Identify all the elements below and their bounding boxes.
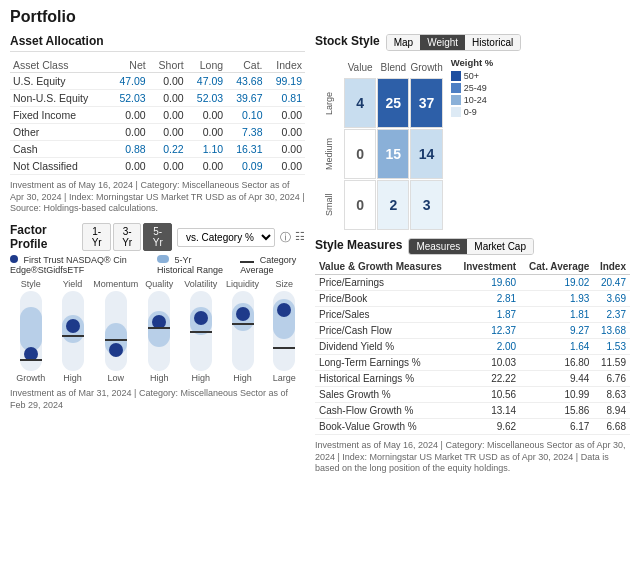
asset-row: Non-U.S. Equity52.030.0052.0339.670.81 [10, 90, 305, 107]
asset-cell-cat: 0.09 [226, 158, 265, 175]
measures-tabs: MeasuresMarket Cap [408, 238, 534, 255]
measures-cell-catAvg: 9.27 [520, 323, 593, 339]
factor-col-header: Volatility [184, 279, 217, 289]
measures-row: Book-Value Growth %9.626.176.68 [315, 419, 630, 435]
asset-cell-short: 0.00 [149, 124, 187, 141]
factor-col-volatility: VolatilityHigh [180, 279, 222, 383]
factor-legend-avg: Category Average [240, 255, 296, 275]
asset-allocation-table: Asset ClassNetShortLongCat.Index U.S. Eq… [10, 58, 305, 175]
info-icon[interactable]: ⓘ [280, 230, 291, 245]
factor-bar-container [148, 291, 170, 371]
asset-cell-cat: 16.31 [226, 141, 265, 158]
asset-cell-long: 0.00 [187, 124, 226, 141]
measures-cell-index: 3.69 [593, 291, 630, 307]
stock-style-tab-weight[interactable]: Weight [420, 35, 465, 50]
asset-row: U.S. Equity47.090.0047.0943.6899.19 [10, 73, 305, 90]
measures-cell-investment: 10.56 [455, 387, 520, 403]
asset-allocation-footnote: Investment as of May 16, 2024 | Category… [10, 180, 305, 215]
table-icon[interactable]: ☷ [295, 230, 305, 245]
style-measures-title: Style Measures [315, 238, 402, 255]
measures-tab-market-cap[interactable]: Market Cap [467, 239, 533, 254]
factor-cat-line [105, 339, 127, 341]
measures-row: Dividend Yield %2.001.641.53 [315, 339, 630, 355]
asset-cell-index: 0.81 [266, 90, 305, 107]
measures-row: Price/Sales1.871.812.37 [315, 307, 630, 323]
measures-cell-catAvg: 19.02 [520, 275, 593, 291]
asset-cell-long: 0.00 [187, 107, 226, 124]
measures-cell-investment: 13.14 [455, 403, 520, 419]
factor-bar-container [273, 291, 295, 371]
measures-row-name: Sales Growth % [315, 387, 455, 403]
asset-cell-long: 52.03 [187, 90, 226, 107]
asset-cell-long: 0.00 [187, 158, 226, 175]
weight-label: 50+ [464, 71, 479, 81]
factor-col-header: Quality [145, 279, 173, 289]
measures-row-name: Price/Cash Flow [315, 323, 455, 339]
factor-col-momentum: MomentumLow [93, 279, 138, 383]
grid-row-label: Small [315, 180, 343, 230]
asset-cell-index: 0.00 [266, 124, 305, 141]
stock-style-tab-historical[interactable]: Historical [465, 35, 520, 50]
measures-row-name: Price/Book [315, 291, 455, 307]
factor-cat-line [273, 347, 295, 349]
factor-col-header: Liquidity [226, 279, 259, 289]
measures-cell-investment: 22.22 [455, 371, 520, 387]
factor-tab-3-yr[interactable]: 3-Yr [113, 223, 142, 251]
measures-tab-measures[interactable]: Measures [409, 239, 467, 254]
weight-label: 10-24 [464, 95, 487, 105]
measures-col-name: Value & Growth Measures [315, 259, 455, 275]
measures-cell-catAvg: 1.93 [520, 291, 593, 307]
factor-etf-dot [66, 319, 80, 333]
factor-vs-dropdown[interactable]: vs. Category % [177, 228, 275, 247]
weight-legend: Weight % 50+25-4910-240-9 [451, 57, 494, 230]
weight-swatch [451, 83, 461, 93]
factor-cat-line [232, 323, 254, 325]
stock-style-section: Stock Style MapWeightHistorical ValueBle… [315, 34, 630, 230]
measures-cell-index: 11.59 [593, 355, 630, 371]
asset-col-net: Net [109, 58, 148, 73]
measures-row-name: Dividend Yield % [315, 339, 455, 355]
grid-cell-1-2: 14 [410, 129, 442, 179]
asset-col-short: Short [149, 58, 187, 73]
measures-cell-catAvg: 10.99 [520, 387, 593, 403]
weight-legend-item: 10-24 [451, 95, 494, 105]
asset-row: Other0.000.000.007.380.00 [10, 124, 305, 141]
asset-col-index: Index [266, 58, 305, 73]
asset-cell-cat: 39.67 [226, 90, 265, 107]
measures-row: Price/Book2.811.933.69 [315, 291, 630, 307]
measures-table: Value & Growth Measures Investment Cat. … [315, 259, 630, 435]
asset-cell-net: 0.00 [109, 124, 148, 141]
factor-tab-5-yr[interactable]: 5-Yr [143, 223, 172, 251]
measures-cell-catAvg: 1.81 [520, 307, 593, 323]
stock-style-tab-map[interactable]: Map [387, 35, 420, 50]
weight-legend-item: 0-9 [451, 107, 494, 117]
factor-col-style: StyleGrowth [10, 279, 52, 383]
measures-row-name: Long-Term Earnings % [315, 355, 455, 371]
grid-cell-0-1: 25 [377, 78, 409, 128]
grid-cell-2-1: 2 [377, 180, 409, 230]
factor-bar-container [190, 291, 212, 371]
measures-row: Price/Cash Flow12.379.2713.68 [315, 323, 630, 339]
weight-swatch [451, 71, 461, 81]
asset-cell-short: 0.00 [149, 158, 187, 175]
grid-row-label: Medium [315, 129, 343, 179]
asset-cell-net: 0.00 [109, 107, 148, 124]
factor-cat-line [148, 327, 170, 329]
asset-row: Cash0.880.221.1016.310.00 [10, 141, 305, 158]
grid-cell-2-0: 0 [344, 180, 376, 230]
asset-cell-short: 0.00 [149, 90, 187, 107]
factor-tab-1-yr[interactable]: 1-Yr [82, 223, 111, 251]
factor-legend: First Trust NASDAQ® Cin Edge®StGidfsETF … [10, 255, 305, 275]
asset-cell-name: Other [10, 124, 109, 141]
asset-cell-index: 0.00 [266, 158, 305, 175]
factor-col-header: Style [21, 279, 41, 289]
asset-cell-long: 1.10 [187, 141, 226, 158]
measures-cell-index: 13.68 [593, 323, 630, 339]
grid-col-header: Growth [410, 57, 442, 77]
measures-cell-index: 2.37 [593, 307, 630, 323]
factor-etf-dot [194, 311, 208, 325]
factor-bar-container [232, 291, 254, 371]
weight-legend-item: 25-49 [451, 83, 494, 93]
measures-row-name: Cash-Flow Growth % [315, 403, 455, 419]
measures-cell-catAvg: 1.64 [520, 339, 593, 355]
